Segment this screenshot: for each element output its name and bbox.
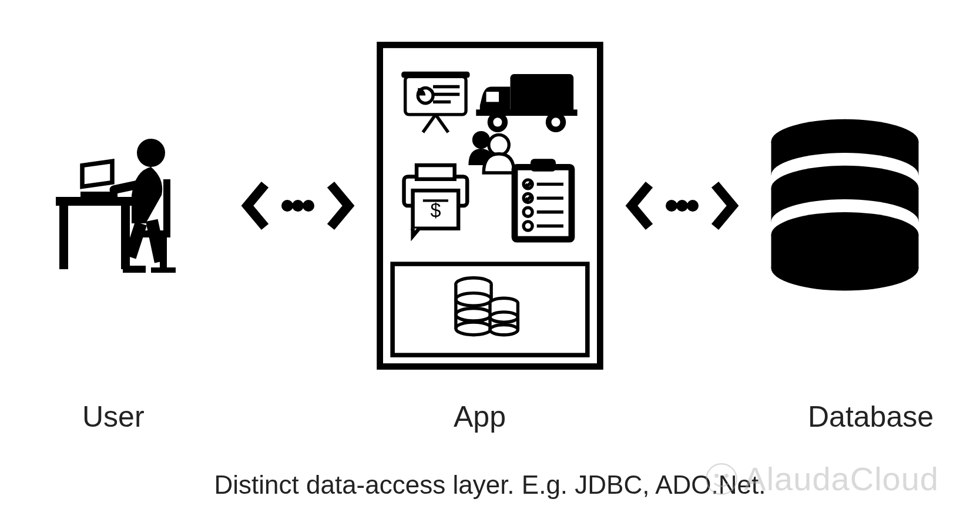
svg-point-14 <box>281 200 293 212</box>
svg-point-15 <box>292 200 304 212</box>
svg-rect-12 <box>59 206 68 269</box>
svg-point-63 <box>666 200 677 212</box>
svg-rect-25 <box>510 74 573 113</box>
svg-point-64 <box>676 200 688 212</box>
svg-rect-3 <box>80 192 118 197</box>
svg-rect-11 <box>56 197 132 206</box>
label-row: User App Database <box>0 400 980 447</box>
svg-point-0 <box>137 139 165 167</box>
svg-point-29 <box>493 118 502 126</box>
clipboard-checklist-icon <box>512 159 575 242</box>
svg-rect-10 <box>151 267 176 273</box>
svg-rect-41 <box>531 159 556 172</box>
database-cylinder-icon <box>757 112 933 300</box>
app-label: App <box>454 400 506 434</box>
user-icon <box>47 112 223 300</box>
svg-rect-2 <box>82 161 112 186</box>
bidirectional-arrow-icon <box>623 170 741 241</box>
svg-point-65 <box>687 200 699 212</box>
svg-point-62 <box>490 324 518 334</box>
svg-rect-19 <box>401 72 469 78</box>
svg-rect-7 <box>163 179 170 237</box>
database-label: Database <box>808 400 934 434</box>
svg-point-56 <box>456 322 491 335</box>
app-box: $ <box>372 41 608 370</box>
invoice-dollar-icon: $ <box>404 165 468 236</box>
svg-point-74 <box>771 246 919 290</box>
svg-point-33 <box>489 135 509 155</box>
user-label: User <box>82 400 145 434</box>
diagram-row: $ <box>0 32 980 379</box>
caption-text: Distinct data-access layer. E.g. JDBC, A… <box>0 470 980 500</box>
svg-rect-9 <box>160 236 167 271</box>
svg-point-16 <box>303 200 314 212</box>
svg-rect-26 <box>486 92 499 102</box>
svg-point-31 <box>551 118 560 126</box>
svg-rect-13 <box>121 206 130 269</box>
svg-rect-35 <box>417 165 455 179</box>
svg-text:$: $ <box>430 200 441 221</box>
bidirectional-arrow-icon <box>239 170 357 241</box>
